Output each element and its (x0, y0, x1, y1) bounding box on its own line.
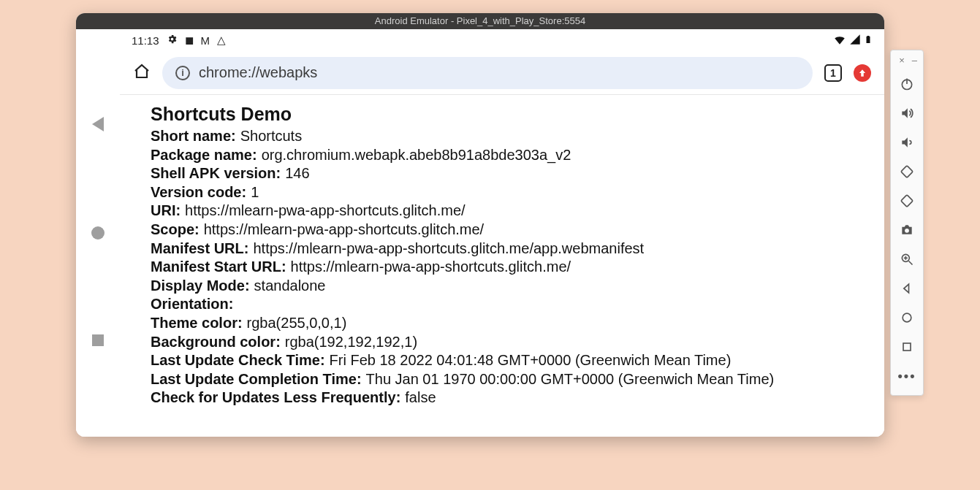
field-value: false (405, 388, 436, 407)
field-label: URI: (151, 202, 181, 221)
app-icon: ◼ (185, 34, 194, 47)
field-value: rgba(192,192,192,1) (285, 333, 417, 352)
svg-line-6 (909, 261, 913, 265)
field-label: Theme color: (151, 314, 243, 333)
field-label: Version code: (151, 183, 246, 202)
field-row: URI:https://mlearn-pwa-app-shortcuts.gli… (151, 202, 862, 221)
field-label: Orientation: (151, 295, 233, 314)
volume-up-icon[interactable] (890, 99, 924, 128)
field-row: Shell APK version:146 (151, 164, 862, 183)
emulator-side-toolbar: × – ••• (890, 50, 924, 396)
field-label: Package name: (151, 146, 257, 165)
field-value: Thu Jan 01 1970 00:00:00 GMT+0000 (Green… (366, 370, 775, 389)
window-titlebar[interactable]: Android Emulator - Pixel_4_with_Play_Sto… (76, 13, 884, 29)
gear-icon (167, 34, 178, 47)
field-label: Check for Updates Less Frequently: (151, 388, 400, 407)
drive-icon: △ (217, 34, 226, 47)
field-row: Scope:https://mlearn-pwa-app-shortcuts.g… (151, 221, 862, 240)
field-row: Orientation: (151, 295, 862, 314)
field-row: Last Update Check Time:Fri Feb 18 2022 0… (151, 351, 862, 370)
field-label: Shell APK version: (151, 164, 281, 183)
svg-rect-3 (901, 195, 913, 207)
extension-update-icon[interactable] (854, 64, 871, 82)
android-nav-rail (76, 29, 120, 437)
minimize-icon[interactable]: – (912, 55, 917, 69)
back-button[interactable] (92, 117, 104, 131)
nav-overview-icon[interactable] (890, 332, 924, 361)
svg-rect-2 (901, 166, 913, 177)
zoom-icon[interactable] (890, 245, 924, 274)
field-row: Manifest URL:https://mlearn-pwa-app-shor… (151, 240, 862, 259)
svg-rect-10 (903, 343, 911, 351)
wifi-icon (833, 33, 846, 48)
nav-back-icon[interactable] (890, 274, 924, 303)
field-value: rgba(255,0,0,1) (247, 314, 347, 333)
home-button[interactable] (91, 226, 105, 240)
page-title: Shortcuts Demo (151, 102, 862, 126)
field-row: Last Update Completion Time:Thu Jan 01 1… (151, 370, 862, 389)
field-label: Last Update Check Time: (151, 351, 325, 370)
field-value: 1 (251, 183, 259, 202)
webapks-content: Shortcuts Demo Short name:ShortcutsPacka… (120, 95, 884, 437)
field-row: Theme color:rgba(255,0,0,1) (151, 314, 862, 333)
chrome-toolbar: i chrome://webapks 1 (120, 51, 884, 95)
emulator-window: Android Emulator - Pixel_4_with_Play_Sto… (76, 13, 884, 437)
field-label: Manifest Start URL: (151, 258, 286, 277)
field-value: Shortcuts (240, 127, 302, 146)
statusbar-clock: 11:13 (132, 34, 159, 47)
field-label: Display Mode: (151, 277, 250, 296)
omnibox[interactable]: i chrome://webapks (162, 57, 813, 89)
gmail-icon: M (201, 34, 210, 47)
window-controls: × – (891, 55, 923, 69)
site-info-icon[interactable]: i (175, 66, 190, 80)
svg-point-4 (905, 229, 909, 233)
overview-button[interactable] (92, 334, 104, 346)
field-label: Manifest URL: (151, 240, 248, 259)
power-icon[interactable] (890, 69, 924, 99)
volume-down-icon[interactable] (890, 128, 924, 157)
field-value: https://mlearn-pwa-app-shortcuts.glitch.… (253, 240, 644, 259)
field-value: standalone (254, 277, 326, 296)
rotate-right-icon[interactable] (890, 186, 924, 215)
field-row: Manifest Start URL:https://mlearn-pwa-ap… (151, 258, 862, 277)
field-label: Last Update Completion Time: (151, 370, 362, 389)
tab-switcher-button[interactable]: 1 (824, 64, 842, 82)
field-value: org.chromium.webapk.abeb8b91a8bde303a_v2 (262, 146, 571, 165)
battery-icon (864, 33, 873, 48)
emulator-body: 11:13 ◼ M △ (76, 29, 884, 437)
tab-count: 1 (830, 67, 836, 79)
more-icon[interactable]: ••• (890, 361, 924, 391)
field-row: Display Mode:standalone (151, 277, 862, 296)
field-row: Check for Updates Less Frequently:false (151, 388, 862, 407)
field-row: Version code:1 (151, 183, 862, 202)
field-value: https://mlearn-pwa-app-shortcuts.glitch.… (291, 258, 571, 277)
field-label: Scope: (151, 221, 200, 240)
field-row: Short name:Shortcuts (151, 127, 862, 146)
field-row: Background color:rgba(192,192,192,1) (151, 333, 862, 352)
device-screen: 11:13 ◼ M △ (120, 29, 884, 437)
rotate-left-icon[interactable] (890, 157, 924, 186)
field-row: Package name:org.chromium.webapk.abeb8b9… (151, 146, 862, 165)
field-value: 146 (285, 164, 309, 183)
field-value: https://mlearn-pwa-app-shortcuts.glitch.… (185, 202, 466, 221)
chrome-home-icon[interactable] (133, 63, 151, 83)
signal-icon (849, 34, 861, 47)
field-label: Background color: (151, 333, 281, 352)
field-value: Fri Feb 18 2022 04:01:48 GMT+0000 (Green… (330, 351, 732, 370)
close-icon[interactable]: × (899, 55, 905, 69)
field-label: Short name: (151, 127, 236, 146)
android-statusbar: 11:13 ◼ M △ (120, 29, 884, 51)
window-title: Android Emulator - Pixel_4_with_Play_Sto… (375, 15, 585, 26)
camera-icon[interactable] (890, 215, 924, 245)
url-text: chrome://webapks (199, 64, 317, 81)
nav-home-icon[interactable] (890, 303, 924, 332)
field-value: https://mlearn-pwa-app-shortcuts.glitch.… (204, 221, 485, 240)
svg-point-9 (903, 313, 911, 322)
